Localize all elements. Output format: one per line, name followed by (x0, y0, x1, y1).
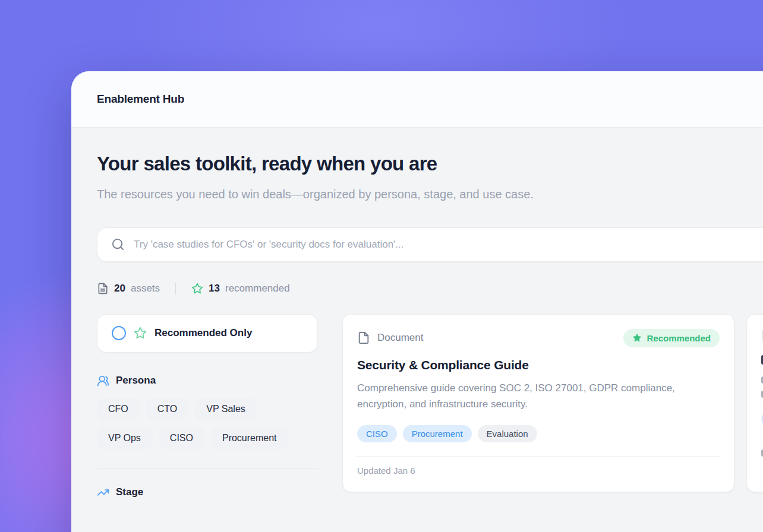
content-row: Recommended Only Persona CFOCTOVP SalesV… (97, 314, 763, 499)
card-divider (357, 456, 720, 457)
card-tags: CISOProcurementEvaluation (357, 425, 720, 442)
radio-circle-icon (112, 326, 126, 340)
page-subtitle: The resources you need to win deals—orga… (97, 185, 584, 205)
recommended-label: recommended (225, 283, 290, 294)
trending-up-icon (97, 486, 109, 499)
stats-row: 20 assets 13 recommended (97, 283, 763, 294)
tag-evaluation[interactable]: Evaluation (478, 425, 537, 442)
asset-card-security-compliance-guide[interactable]: Document Recommended Security & Complian… (342, 314, 734, 492)
assets-stat: 20 assets (97, 283, 160, 294)
assets-count: 20 (114, 283, 125, 294)
persona-chip-vp-sales[interactable]: VP Sales (195, 398, 257, 420)
recommended-stat: 13 recommended (191, 283, 290, 294)
persona-chip-vp-ops[interactable]: VP Ops (97, 427, 152, 449)
persona-label: Persona (116, 375, 156, 387)
recommended-only-toggle[interactable]: Recommended Only (97, 314, 318, 353)
page-title: Your sales toolkit, ready when you are (97, 153, 763, 175)
recommended-badge: Recommended (623, 329, 720, 347)
card-description: Comprehensive guide covering SOC 2, ISO … (357, 380, 708, 413)
card-type-label: Document (377, 332, 423, 344)
persona-chip-cto[interactable]: CTO (146, 398, 188, 420)
card-title: Security & Compliance Guide (357, 358, 720, 372)
sidebar-divider (97, 468, 318, 468)
card-updated: Updated Jan 6 (357, 466, 720, 476)
star-icon (191, 283, 203, 294)
persona-section-heading: Persona (97, 375, 318, 387)
recommended-count: 13 (209, 283, 220, 294)
card-type: Document (357, 331, 423, 344)
asset-cards: Document Recommended Security & Complian… (342, 314, 763, 492)
file-icon (357, 331, 370, 344)
stage-label: Stage (116, 486, 143, 498)
app-title: Enablement Hub (97, 93, 184, 106)
recommended-badge-label: Recommended (647, 333, 711, 343)
recommended-only-label: Recommended Only (155, 327, 252, 339)
search-input[interactable] (134, 239, 763, 251)
file-text-icon (97, 283, 109, 294)
stats-divider (175, 283, 176, 294)
main-panel: Enablement Hub Your sales toolkit, ready… (71, 71, 763, 532)
panel-header: Enablement Hub (71, 71, 763, 128)
tag-procurement[interactable]: Procurement (403, 425, 472, 442)
persona-chip-cfo[interactable]: CFO (97, 398, 140, 420)
search-icon (111, 238, 125, 251)
persona-chip-ciso[interactable]: CISO (159, 427, 204, 449)
panel-body: Your sales toolkit, ready when you are T… (71, 128, 763, 499)
users-icon (97, 375, 109, 387)
star-icon (134, 327, 147, 340)
filter-sidebar: Recommended Only Persona CFOCTOVP SalesV… (97, 314, 318, 499)
tag-ciso[interactable]: CISO (357, 425, 397, 442)
card-top-row: Document Recommended (357, 329, 720, 347)
persona-chips: CFOCTOVP SalesVP OpsCISOProcurement (97, 398, 318, 449)
asset-card-partial[interactable] (746, 314, 763, 492)
persona-chip-procurement[interactable]: Procurement (211, 427, 288, 449)
stage-section-heading: Stage (97, 486, 318, 499)
assets-label: assets (131, 283, 160, 294)
star-filled-icon (632, 333, 642, 343)
search-bar[interactable] (97, 227, 763, 262)
